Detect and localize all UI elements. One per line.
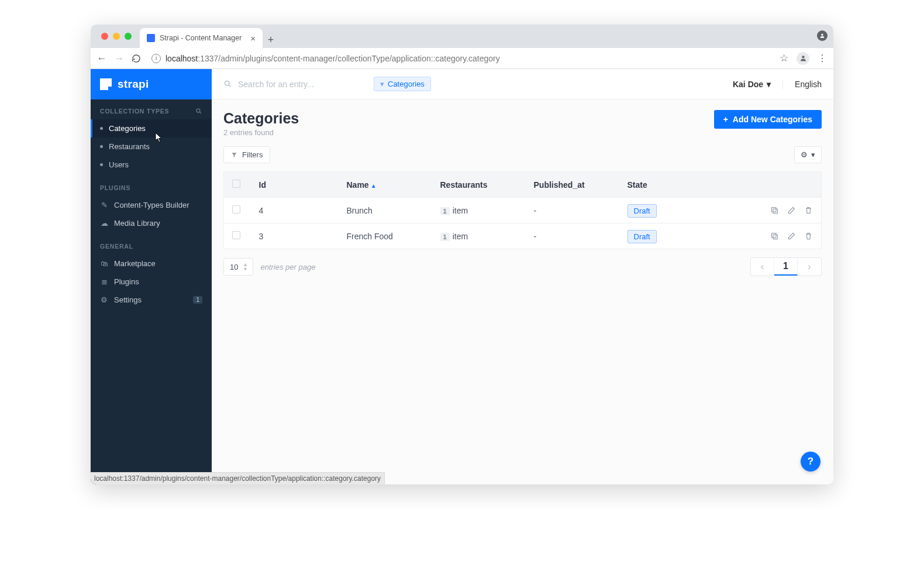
sidebar-item-label: Plugins xyxy=(114,277,139,286)
svg-point-2 xyxy=(196,109,200,112)
svg-rect-6 xyxy=(773,235,778,239)
chevron-down-icon: ▾ xyxy=(811,150,815,159)
maximize-window-icon[interactable] xyxy=(125,33,132,40)
new-tab-button[interactable]: + xyxy=(263,32,279,48)
list-icon: ≣ xyxy=(100,277,108,286)
browser-tab-bar: Strapi - Content Manager × + xyxy=(91,25,833,48)
cell-published: - xyxy=(526,198,619,223)
chrome-menu-icon[interactable]: ⋮ xyxy=(818,53,828,64)
sidebar-item-users[interactable]: Users xyxy=(91,156,212,174)
help-button[interactable]: ? xyxy=(801,452,820,472)
add-new-button[interactable]: + Add New Categories xyxy=(714,110,822,129)
status-bar: localhost:1337/admin/plugins/content-man… xyxy=(91,472,385,484)
address-bar[interactable]: i localhost:1337/admin/plugins/content-m… xyxy=(148,54,773,63)
svg-rect-7 xyxy=(772,233,777,238)
funnel-icon: ▾ xyxy=(380,80,384,88)
table-row[interactable]: 4Brunch1item-Draft xyxy=(224,198,822,223)
filters-button[interactable]: Filters xyxy=(223,146,270,163)
next-page-button[interactable]: › xyxy=(798,258,821,276)
gear-icon: ⚙ xyxy=(801,150,808,159)
sidebar-item-settings[interactable]: ⚙ Settings 1 xyxy=(91,291,212,309)
browser-window: Strapi - Content Manager × + ← → i local… xyxy=(91,25,833,484)
prev-page-button[interactable]: ‹ xyxy=(751,258,774,276)
sidebar-item-label: Settings xyxy=(114,295,142,304)
page-title: Categories xyxy=(223,110,299,127)
settings-badge: 1 xyxy=(193,296,202,304)
reload-button[interactable] xyxy=(132,54,141,63)
per-page-value: 10 xyxy=(230,263,238,271)
svg-point-0 xyxy=(821,34,823,36)
per-page-select[interactable]: 10 ▴▾ xyxy=(223,258,253,276)
delete-icon[interactable] xyxy=(804,206,813,215)
sidebar-item-categories[interactable]: Categories xyxy=(91,119,212,137)
user-menu[interactable]: Kai Doe ▾ xyxy=(733,80,771,89)
page-number[interactable]: 1 xyxy=(774,258,798,276)
cell-published: - xyxy=(526,223,619,249)
select-arrows-icon: ▴▾ xyxy=(244,262,247,271)
search-icon[interactable] xyxy=(195,108,202,115)
row-checkbox[interactable] xyxy=(232,205,240,214)
col-state[interactable]: State xyxy=(619,172,713,198)
table-row[interactable]: 3French Food1item-Draft xyxy=(224,223,822,249)
sort-asc-icon: ▲ xyxy=(371,183,377,189)
sidebar-item-media-library[interactable]: ☁ Media Library xyxy=(91,214,212,232)
delete-icon[interactable] xyxy=(804,232,813,240)
sidebar-item-label: Restaurants xyxy=(109,142,150,151)
close-window-icon[interactable] xyxy=(101,33,108,40)
sidebar-item-label: Media Library xyxy=(114,219,160,228)
col-restaurants[interactable]: Restaurants xyxy=(432,172,526,198)
chevron-down-icon: ▾ xyxy=(767,80,771,89)
add-new-label: Add New Categories xyxy=(733,115,812,124)
sidebar-header-general: GENERAL xyxy=(100,243,133,250)
filter-icon xyxy=(231,152,237,158)
cloud-icon: ☁ xyxy=(100,219,108,228)
minimize-window-icon[interactable] xyxy=(113,33,120,40)
sidebar-item-content-types-builder[interactable]: ✎ Content-Types Builder xyxy=(91,196,212,214)
cell-name: Brunch xyxy=(339,198,432,223)
sidebar-item-label: Users xyxy=(109,160,129,169)
duplicate-icon[interactable] xyxy=(770,232,779,240)
edit-icon[interactable] xyxy=(787,232,796,240)
close-tab-icon[interactable]: × xyxy=(250,33,256,43)
sidebar-item-marketplace[interactable]: 🛍 Marketplace xyxy=(91,254,212,273)
select-all-checkbox[interactable] xyxy=(232,180,240,188)
profile-button[interactable] xyxy=(797,52,809,65)
strapi-logo-icon xyxy=(100,78,112,90)
bullet-icon xyxy=(100,145,103,148)
forward-button[interactable]: → xyxy=(114,53,125,64)
col-published[interactable]: Published_at xyxy=(526,172,619,198)
svg-point-1 xyxy=(802,56,804,58)
col-name[interactable]: Name▲ xyxy=(339,172,432,198)
state-badge: Draft xyxy=(628,230,657,243)
bookmark-icon[interactable]: ☆ xyxy=(780,52,788,64)
cell-id: 3 xyxy=(251,223,339,249)
edit-icon[interactable] xyxy=(787,206,796,215)
col-id[interactable]: Id xyxy=(251,172,339,198)
table-settings-button[interactable]: ⚙ ▾ xyxy=(794,146,822,163)
site-info-icon[interactable]: i xyxy=(151,54,161,63)
row-checkbox[interactable] xyxy=(232,231,240,239)
app-topbar: ▾ Categories Kai Doe ▾ English xyxy=(212,69,833,99)
gear-icon: ⚙ xyxy=(100,295,108,304)
sidebar-item-restaurants[interactable]: Restaurants xyxy=(91,137,212,156)
browser-tab[interactable]: Strapi - Content Manager × xyxy=(140,28,263,48)
bullet-icon xyxy=(100,163,103,166)
bag-icon: 🛍 xyxy=(100,259,108,268)
brand-label: strapi xyxy=(118,78,149,91)
favicon-icon xyxy=(147,34,155,42)
svg-point-3 xyxy=(225,81,230,86)
search-input[interactable] xyxy=(238,80,367,89)
language-selector[interactable]: English xyxy=(782,80,822,89)
brand[interactable]: strapi xyxy=(91,69,212,99)
sidebar-item-plugins[interactable]: ≣ Plugins xyxy=(91,273,212,291)
back-button[interactable]: ← xyxy=(96,53,107,64)
duplicate-icon[interactable] xyxy=(770,206,779,215)
chip-label: Categories xyxy=(388,80,425,88)
chrome-profile-icon[interactable] xyxy=(817,30,828,41)
search-icon xyxy=(223,80,232,88)
table-header-row: Id Name▲ Restaurants Published_at State xyxy=(224,172,822,198)
data-table: Id Name▲ Restaurants Published_at State … xyxy=(223,171,822,249)
app-shell: strapi COLLECTION TYPES Categories Resta… xyxy=(91,69,833,484)
sidebar-header-collection: COLLECTION TYPES xyxy=(100,108,169,115)
filter-chip-categories[interactable]: ▾ Categories xyxy=(374,77,431,91)
